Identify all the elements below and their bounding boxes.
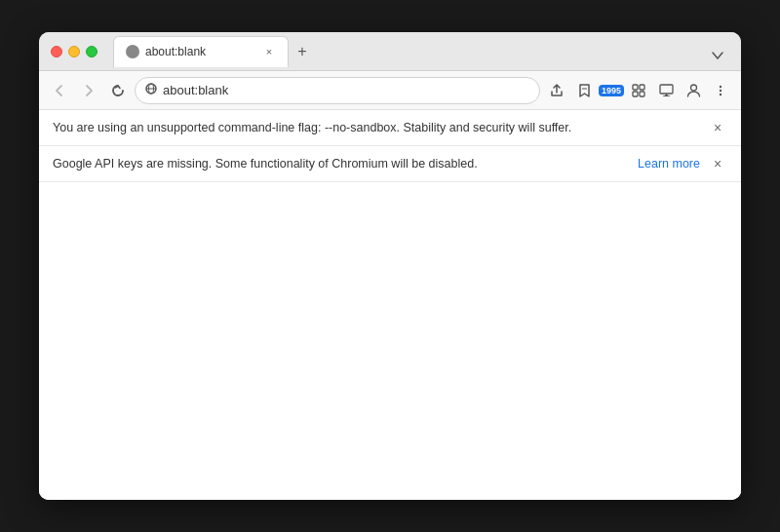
profile-button[interactable]	[681, 78, 706, 103]
cast-button[interactable]	[653, 78, 679, 103]
close-button[interactable]	[51, 46, 62, 57]
svg-point-14	[720, 89, 722, 91]
content-area: You are using an unsupported command-lin…	[39, 110, 741, 500]
active-tab[interactable]: about:blank ×	[113, 36, 289, 67]
profile-badge-button[interactable]: 1995	[599, 78, 624, 103]
svg-rect-6	[633, 85, 638, 90]
minimize-button[interactable]	[68, 46, 80, 57]
maximize-button[interactable]	[86, 46, 98, 57]
reload-button[interactable]	[105, 78, 131, 103]
browser-window: about:blank × +	[39, 32, 741, 500]
sandbox-warning-close[interactable]: ×	[708, 118, 727, 137]
url-icon	[145, 83, 157, 97]
svg-rect-9	[640, 92, 644, 96]
sandbox-warning-bar: You are using an unsupported command-lin…	[39, 110, 741, 146]
svg-point-15	[720, 93, 722, 95]
bookmark-button[interactable]	[571, 78, 597, 103]
toolbar-icons: 1995	[544, 78, 733, 103]
extensions-button[interactable]	[626, 78, 651, 103]
address-bar: about:blank 1995	[39, 71, 741, 110]
badge-icon: 1995	[599, 85, 624, 96]
tab-close-button[interactable]: ×	[262, 45, 276, 58]
page-content	[39, 182, 741, 500]
new-tab-button[interactable]: +	[289, 38, 316, 65]
title-bar: about:blank × +	[39, 32, 741, 71]
svg-rect-10	[660, 85, 673, 94]
learn-more-link[interactable]: Learn more	[638, 157, 700, 171]
tab-favicon-icon	[126, 45, 139, 58]
svg-point-12	[690, 85, 696, 91]
back-button[interactable]	[47, 78, 72, 103]
svg-rect-7	[640, 85, 644, 90]
forward-button[interactable]	[76, 78, 101, 103]
url-text: about:blank	[163, 83, 529, 97]
address-input[interactable]: about:blank	[135, 77, 540, 104]
menu-button[interactable]	[708, 78, 733, 103]
tab-title: about:blank	[145, 45, 256, 58]
tab-bar: about:blank × +	[113, 36, 729, 67]
api-keys-warning-bar: Google API keys are missing. Some functi…	[39, 146, 741, 182]
svg-point-13	[720, 85, 722, 87]
api-keys-warning-close[interactable]: ×	[708, 154, 727, 173]
share-button[interactable]	[544, 78, 569, 103]
traffic-lights	[51, 46, 98, 57]
api-keys-warning-text: Google API keys are missing. Some functi…	[53, 157, 630, 171]
svg-rect-8	[633, 92, 638, 96]
tab-list-button[interactable]	[706, 44, 729, 67]
sandbox-warning-text: You are using an unsupported command-lin…	[53, 121, 700, 134]
